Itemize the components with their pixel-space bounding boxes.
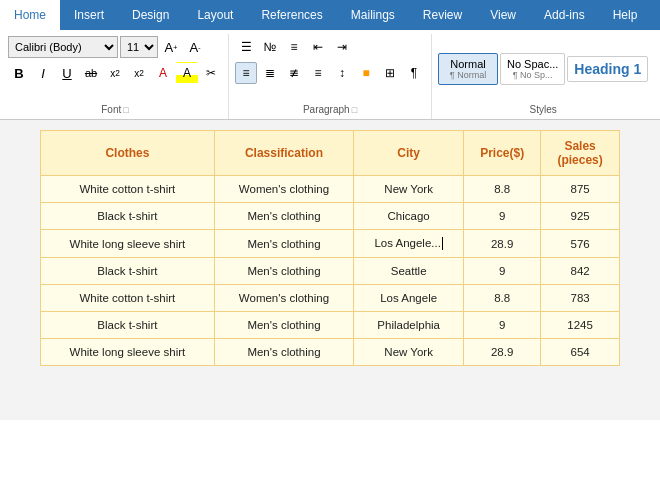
styles-group-label: Styles [530, 102, 557, 117]
table-cell[interactable]: Chicago [354, 203, 464, 230]
table-cell[interactable]: Women's clothing [214, 176, 353, 203]
table-cell[interactable]: 875 [541, 176, 620, 203]
numbering-button[interactable]: № [259, 36, 281, 58]
justify-button[interactable]: ≡ [307, 62, 329, 84]
table-cell[interactable]: Men's clothing [214, 312, 353, 339]
style-nospace-button[interactable]: No Spac... ¶ No Sp... [500, 53, 565, 85]
table-cell[interactable]: 576 [541, 230, 620, 258]
font-shrink-button[interactable]: A- [184, 36, 206, 58]
tab-addins[interactable]: Add-ins [530, 0, 599, 30]
borders-button[interactable]: ⊞ [379, 62, 401, 84]
multilevel-button[interactable]: ≡ [283, 36, 305, 58]
font-group: Calibri (Body) 11 A+ A- B I U ab x2 x2 A… [2, 34, 229, 119]
styles-content: Normal ¶ Normal No Spac... ¶ No Sp... He… [438, 36, 648, 102]
table-cell[interactable]: Black t-shirt [41, 258, 215, 285]
table-cell[interactable]: New York [354, 176, 464, 203]
col-header-classification: Classification [214, 131, 353, 176]
style-normal-button[interactable]: Normal ¶ Normal [438, 53, 498, 85]
style-normal-label: Normal [445, 58, 491, 70]
table-cell[interactable]: 654 [541, 339, 620, 366]
align-center-button[interactable]: ≣ [259, 62, 281, 84]
main-content-area: Clothes Classification City Price($) Sal… [0, 120, 660, 420]
decrease-indent-button[interactable]: ⇤ [307, 36, 329, 58]
table-cell[interactable]: 28.9 [464, 339, 541, 366]
tab-design[interactable]: Design [118, 0, 183, 30]
col-header-sales: Sales (pieces) [541, 131, 620, 176]
style-h1-label: Heading 1 [574, 61, 641, 77]
table-cell[interactable]: 8.8 [464, 176, 541, 203]
table-cell[interactable]: Men's clothing [214, 230, 353, 258]
table-cell[interactable]: White cotton t-shirt [41, 285, 215, 312]
underline-button[interactable]: U [56, 62, 78, 84]
font-grow-button[interactable]: A+ [160, 36, 182, 58]
italic-button[interactable]: I [32, 62, 54, 84]
highlight-button[interactable]: A [176, 62, 198, 84]
table-cell[interactable]: Black t-shirt [41, 203, 215, 230]
table-row: Black t-shirtMen's clothingChicago9925 [41, 203, 620, 230]
table-cell[interactable]: 925 [541, 203, 620, 230]
table-cell[interactable]: Men's clothing [214, 339, 353, 366]
style-nospace-label: No Spac... [507, 58, 558, 70]
font-color-button[interactable]: A [152, 62, 174, 84]
table-cell[interactable]: 9 [464, 258, 541, 285]
increase-indent-button[interactable]: ⇥ [331, 36, 353, 58]
tab-mailings[interactable]: Mailings [337, 0, 409, 30]
style-normal-sublabel: ¶ Normal [445, 70, 491, 80]
table-cell[interactable]: 8.8 [464, 285, 541, 312]
table-row: White long sleeve shirtMen's clothingNew… [41, 339, 620, 366]
table-cell[interactable]: Men's clothing [214, 258, 353, 285]
tab-layout[interactable]: Layout [183, 0, 247, 30]
table-cell[interactable]: White cotton t-shirt [41, 176, 215, 203]
strikethrough-button[interactable]: ab [80, 62, 102, 84]
table-cell[interactable]: White long sleeve shirt [41, 339, 215, 366]
font-expand-icon[interactable]: □ [123, 105, 128, 115]
tab-references[interactable]: References [247, 0, 336, 30]
font-name-select[interactable]: Calibri (Body) [8, 36, 118, 58]
style-h1-button[interactable]: Heading 1 [567, 56, 648, 82]
styles-group: Normal ¶ Normal No Spac... ¶ No Sp... He… [432, 34, 654, 119]
table-cell[interactable]: Los Angele [354, 285, 464, 312]
table-row: White cotton t-shirtWomen's clothingNew … [41, 176, 620, 203]
align-left-button[interactable]: ≡ [235, 62, 257, 84]
tab-home[interactable]: Home [0, 0, 60, 30]
paragraph-group-label: Paragraph □ [303, 102, 357, 117]
paragraph-expand-icon[interactable]: □ [352, 105, 357, 115]
align-right-button[interactable]: ≢ [283, 62, 305, 84]
table-cell[interactable]: Los Angele... [354, 230, 464, 258]
table-cell[interactable]: White long sleeve shirt [41, 230, 215, 258]
table-cell[interactable]: 9 [464, 203, 541, 230]
tab-insert[interactable]: Insert [60, 0, 118, 30]
bullets-button[interactable]: ☰ [235, 36, 257, 58]
table-cell[interactable]: Seattle [354, 258, 464, 285]
line-spacing-button[interactable]: ↕ [331, 62, 353, 84]
show-marks-button[interactable]: ¶ [403, 62, 425, 84]
table-cell[interactable]: 783 [541, 285, 620, 312]
para-list-row: ☰ № ≡ ⇤ ⇥ [235, 36, 353, 58]
table-cell[interactable]: Men's clothing [214, 203, 353, 230]
table-cell[interactable]: Philadelphia [354, 312, 464, 339]
tab-help[interactable]: Help [599, 0, 652, 30]
superscript-button[interactable]: x2 [128, 62, 150, 84]
col-header-clothes: Clothes [41, 131, 215, 176]
table-cell[interactable]: 1245 [541, 312, 620, 339]
paragraph-group: ☰ № ≡ ⇤ ⇥ ≡ ≣ ≢ ≡ ↕ ■ ⊞ ¶ Paragraph □ [229, 34, 432, 119]
col-header-city: City [354, 131, 464, 176]
style-nospace-sublabel: ¶ No Sp... [507, 70, 558, 80]
table-cell[interactable]: Women's clothing [214, 285, 353, 312]
table-header-row: Clothes Classification City Price($) Sal… [41, 131, 620, 176]
table-row: Black t-shirtMen's clothingSeattle9842 [41, 258, 620, 285]
table-cell[interactable]: 842 [541, 258, 620, 285]
table-cell[interactable]: 9 [464, 312, 541, 339]
tab-view[interactable]: View [476, 0, 530, 30]
subscript-button[interactable]: x2 [104, 62, 126, 84]
col-header-price: Price($) [464, 131, 541, 176]
table-cell[interactable]: 28.9 [464, 230, 541, 258]
clear-format-button[interactable]: ✂ [200, 62, 222, 84]
font-group-label: Font □ [101, 102, 128, 117]
table-cell[interactable]: New York [354, 339, 464, 366]
tab-review[interactable]: Review [409, 0, 476, 30]
table-cell[interactable]: Black t-shirt [41, 312, 215, 339]
font-size-select[interactable]: 11 [120, 36, 158, 58]
bold-button[interactable]: B [8, 62, 30, 84]
shading-button[interactable]: ■ [355, 62, 377, 84]
